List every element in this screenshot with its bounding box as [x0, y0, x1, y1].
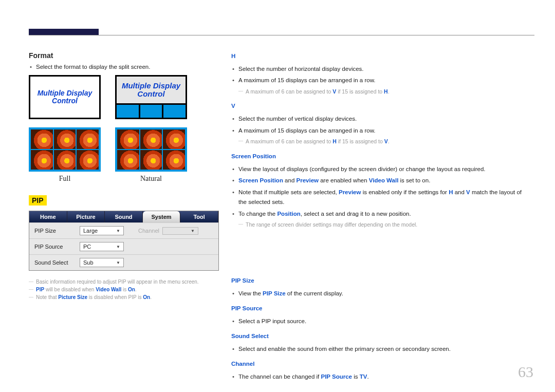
v-bullet-2: A maximum of 15 displays can be arranged… — [231, 126, 524, 136]
h-bullet-1: Select the number of horizontal display … — [231, 64, 524, 74]
tab-sound[interactable]: Sound — [105, 211, 143, 222]
sp-bullet-1: View the layout of displays (configured … — [231, 164, 524, 175]
row-sound-select: Sound Select Sub▼ — [29, 254, 218, 270]
channel-label-disabled: Channel — [138, 228, 159, 234]
sp-bullet-4: To change the Position, select a set and… — [231, 209, 524, 219]
pip-size-label: PIP Size — [34, 228, 80, 234]
format-full-bottom: Full — [29, 127, 101, 183]
page-number: 63 — [518, 363, 533, 381]
format-full-top: Multiple Display Control — [29, 75, 101, 122]
v-heading: V — [231, 101, 524, 111]
diagram-pane — [163, 105, 186, 118]
header-accent-bar — [29, 29, 99, 35]
format-natural-top: Multiple Display Control — [115, 75, 187, 122]
format-diagram-top-row: Multiple Display Control Multiple Displa… — [29, 75, 219, 122]
tab-tool[interactable]: Tool — [180, 211, 218, 222]
h-subnote: A maximum of 6 can be assigned to V if 1… — [231, 87, 524, 97]
tab-picture[interactable]: Picture — [67, 211, 105, 222]
pip-size-heading: PIP Size — [231, 276, 524, 286]
format-natural-bottom: Natural — [115, 127, 187, 183]
channel-select-disabled: ▼ — [162, 227, 198, 235]
diagram-text: Multiple Display Control — [117, 77, 186, 103]
diagram-text: Multiple Display Control — [30, 77, 99, 118]
content-columns: Format Select the format to display the … — [29, 51, 534, 383]
diagram-pane — [140, 105, 162, 118]
label-full: Full — [29, 175, 101, 183]
pip-menu-screenshot: Home Picture Sound System Tool PIP Size … — [29, 211, 219, 271]
sound-select-label: Sound Select — [34, 259, 80, 266]
pip-source-heading: PIP Source — [231, 304, 524, 314]
row-pip-size: PIP Size Large▼ Channel ▼ — [29, 222, 218, 238]
chevron-down-icon: ▼ — [116, 260, 120, 265]
pip-source-label: PIP Source — [34, 244, 80, 250]
format-bullet: Select the format to display the split s… — [29, 64, 219, 70]
pip-source-select[interactable]: PC▼ — [80, 242, 124, 251]
h-heading: H — [231, 51, 524, 62]
sp-bullet-3: Note that if multiple sets are selected,… — [231, 188, 524, 208]
pip-source-bullet: Select a PIP input source. — [231, 316, 524, 327]
sp-subnote: The range of screen divider settings may… — [231, 220, 524, 230]
v-subnote: A maximum of 6 can be assigned to H if 1… — [231, 137, 524, 146]
sp-bullet-2: Screen Position and Preview are enabled … — [231, 176, 524, 186]
format-diagram-bottom-row: Full Natural — [29, 127, 219, 183]
h-bullet-2: A maximum of 15 displays can be arranged… — [231, 76, 524, 86]
pip-footnotes: Basic information required to adjust PIP… — [29, 279, 219, 300]
chevron-down-icon: ▼ — [116, 229, 120, 233]
pip-heading-badge: PIP — [29, 195, 47, 206]
right-column: H Select the number of horizontal displa… — [231, 51, 524, 383]
label-natural: Natural — [115, 175, 187, 183]
video-wall-full-text: Multiple Display Control — [29, 75, 101, 119]
footnote-1: Basic information required to adjust PIP… — [29, 279, 219, 285]
video-wall-natural-text: Multiple Display Control — [115, 75, 187, 119]
channel-heading: Channel — [231, 359, 524, 369]
chevron-down-icon: ▼ — [191, 229, 195, 233]
chevron-down-icon: ▼ — [116, 245, 120, 249]
diagram-pane — [117, 105, 139, 118]
v-bullet-1: Select the number of vertical display de… — [231, 114, 524, 124]
footnote-3: Note that Picture Size is disabled when … — [29, 294, 219, 300]
header-rule — [29, 35, 534, 35]
sound-select-select[interactable]: Sub▼ — [80, 258, 124, 267]
channel-bullet: The channel can be changed if PIP Source… — [231, 372, 524, 382]
row-pip-source: PIP Source PC▼ — [29, 238, 218, 254]
pip-size-select[interactable]: Large▼ — [80, 226, 124, 235]
format-heading: Format — [29, 51, 219, 60]
screen-position-heading: Screen Position — [231, 152, 524, 162]
footnote-2: PIP will be disabled when Video Wall is … — [29, 287, 219, 292]
video-wall-natural-image — [115, 127, 187, 172]
left-column: Format Select the format to display the … — [29, 51, 219, 383]
menu-tabs: Home Picture Sound System Tool — [29, 211, 218, 222]
video-wall-full-image — [29, 127, 101, 172]
pip-size-bullet: View the PIP Size of the current display… — [231, 289, 524, 299]
tab-system[interactable]: System — [143, 211, 181, 222]
sound-select-bullet: Select and enable the sound from either … — [231, 344, 524, 354]
tab-home[interactable]: Home — [29, 211, 67, 222]
sound-select-heading: Sound Select — [231, 331, 524, 342]
